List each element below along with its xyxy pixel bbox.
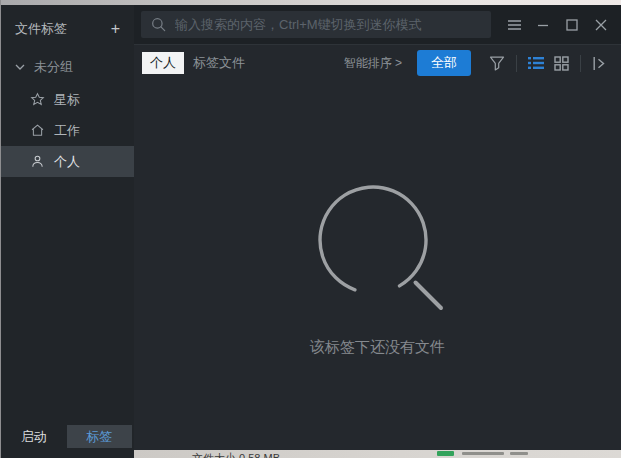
sidebar: 文件标签 + 未分组 星标 工作 个人 xyxy=(1,5,134,458)
sidebar-item-label: 星标 xyxy=(54,91,80,109)
funnel-icon xyxy=(489,56,505,71)
minimize-button[interactable] xyxy=(532,14,554,36)
filter-button[interactable] xyxy=(484,56,510,71)
current-tag-badge: 个人 xyxy=(142,52,184,74)
toolbar: 个人 标签文件 智能排序 > 全部 xyxy=(134,45,621,81)
sidebar-item-label: 工作 xyxy=(54,122,80,140)
tab-launch[interactable]: 启动 xyxy=(1,425,67,448)
maximize-icon xyxy=(566,19,578,31)
hamburger-icon xyxy=(507,19,522,31)
chevron-down-icon xyxy=(15,63,25,71)
sidebar-bottom-tabs: 启动 标签 xyxy=(1,425,134,448)
search-icon xyxy=(151,17,166,32)
magnifier-illustration-icon xyxy=(303,174,453,324)
grid-view-button[interactable] xyxy=(549,56,574,71)
title-bar xyxy=(134,5,621,45)
background-window-sliver: 文件大小 0.58 MB xyxy=(134,450,621,458)
minimize-icon xyxy=(537,19,549,31)
sidebar-group-ungrouped[interactable]: 未分组 xyxy=(1,50,134,84)
close-icon xyxy=(595,19,607,31)
close-button[interactable] xyxy=(590,14,612,36)
sort-dropdown[interactable]: 智能排序 > xyxy=(344,55,402,72)
app-window: 文件标签 + 未分组 星标 工作 个人 xyxy=(0,0,621,458)
app-title: 文件标签 xyxy=(15,20,67,38)
list-view-icon xyxy=(528,56,544,70)
grid-view-icon xyxy=(554,56,569,71)
person-icon xyxy=(30,154,45,169)
maximize-button[interactable] xyxy=(561,14,583,36)
empty-state: 该标签下还没有文件 xyxy=(134,81,621,450)
sidebar-item-label: 个人 xyxy=(54,153,80,171)
blurred-text xyxy=(462,452,504,455)
green-indicator xyxy=(437,451,454,456)
divider xyxy=(580,55,581,72)
search-box[interactable] xyxy=(141,11,491,38)
sidebar-header: 文件标签 + xyxy=(1,5,134,50)
blurred-text xyxy=(510,452,528,455)
sidebar-spacer xyxy=(1,177,134,425)
filter-all-button[interactable]: 全部 xyxy=(417,50,471,76)
sidebar-item-starred[interactable]: 星标 xyxy=(1,84,134,115)
menu-button[interactable] xyxy=(503,14,525,36)
search-input[interactable] xyxy=(175,17,481,32)
group-label: 未分组 xyxy=(34,58,73,76)
background-window-text: 文件大小 0.58 MB xyxy=(192,451,280,458)
expand-panel-button[interactable] xyxy=(587,56,612,71)
sidebar-item-work[interactable]: 工作 xyxy=(1,115,134,146)
empty-state-message: 该标签下还没有文件 xyxy=(310,338,445,357)
panel-expand-icon xyxy=(592,56,607,71)
star-icon xyxy=(30,92,45,107)
divider xyxy=(516,55,517,72)
list-view-button[interactable] xyxy=(523,56,549,70)
home-icon xyxy=(30,123,45,138)
tab-tags[interactable]: 标签 xyxy=(67,425,133,448)
add-tag-button[interactable]: + xyxy=(111,22,120,36)
page-title: 标签文件 xyxy=(193,54,245,72)
window-controls xyxy=(503,14,612,36)
sidebar-item-personal[interactable]: 个人 xyxy=(1,146,134,177)
